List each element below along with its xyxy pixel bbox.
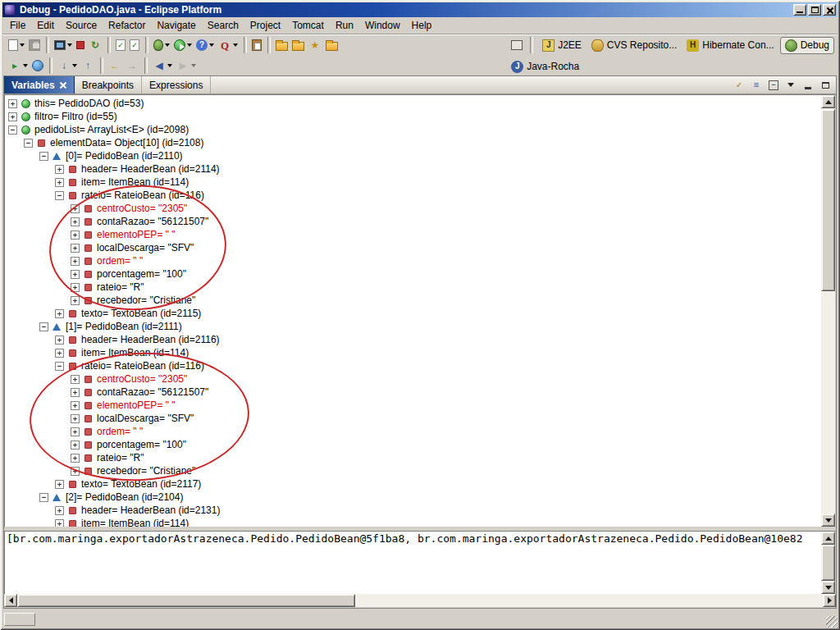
scrollbar-thumb[interactable] bbox=[821, 109, 835, 291]
last-edit-location-button[interactable]: ← bbox=[107, 58, 123, 73]
previous-annotation-button[interactable]: ↑ bbox=[80, 58, 96, 73]
perspective-debug-button[interactable]: Debug bbox=[780, 37, 834, 54]
menu-source[interactable]: Source bbox=[60, 17, 103, 34]
expand-toggle-icon[interactable]: + bbox=[8, 112, 17, 121]
menu-search[interactable]: Search bbox=[202, 17, 244, 34]
show-type-names-button[interactable]: ✓ bbox=[732, 79, 746, 92]
expand-toggle-icon[interactable]: + bbox=[71, 441, 80, 450]
external-tools-button[interactable]: Q bbox=[217, 38, 240, 52]
open-file-button[interactable] bbox=[274, 39, 290, 52]
variable-row[interactable]: −[0]= PedidoBean (id=2110) bbox=[5, 149, 821, 162]
expand-toggle-icon[interactable]: + bbox=[71, 388, 80, 397]
expand-toggle-icon[interactable]: + bbox=[71, 283, 80, 292]
variable-detail-pane[interactable]: [br.com.maringa.exportadorAstrazeneca.Pe… bbox=[4, 531, 836, 595]
menu-help[interactable]: Help bbox=[406, 17, 438, 34]
expand-toggle-icon[interactable]: + bbox=[55, 506, 64, 515]
import-button[interactable] bbox=[290, 39, 306, 52]
tomcat-start-button[interactable] bbox=[52, 39, 74, 51]
close-button[interactable] bbox=[823, 4, 836, 16]
variable-row[interactable]: +ordem= " " bbox=[5, 425, 821, 438]
open-perspective-button[interactable] bbox=[507, 39, 527, 52]
detail-vertical-scrollbar[interactable] bbox=[821, 532, 835, 594]
menu-project[interactable]: Project bbox=[244, 17, 286, 34]
save-button[interactable] bbox=[27, 39, 42, 52]
variable-row[interactable]: +item= ItemBean (id=114) bbox=[5, 517, 821, 527]
variable-row[interactable]: +header= HeaderBean (id=2114) bbox=[5, 162, 821, 176]
tab-variables[interactable]: Variables bbox=[4, 76, 75, 94]
collapse-toggle-icon[interactable]: − bbox=[24, 139, 33, 148]
tidy-check-button[interactable]: ✓ bbox=[114, 39, 127, 52]
dropdown-arrow-icon[interactable] bbox=[67, 43, 72, 47]
horizontal-scrollbar[interactable] bbox=[4, 594, 836, 607]
dropdown-arrow-icon[interactable] bbox=[72, 64, 77, 67]
dropdown-arrow-icon[interactable] bbox=[20, 43, 25, 47]
variable-row[interactable]: +this= PedidoDAO (id=53) bbox=[5, 97, 821, 110]
variable-row[interactable]: +item= ItemBean (id=114) bbox=[5, 346, 821, 359]
maximize-button[interactable] bbox=[808, 4, 821, 16]
dropdown-arrow-icon[interactable] bbox=[167, 64, 172, 67]
variable-row[interactable]: +rateio= "R" bbox=[5, 281, 821, 294]
tomcat-restart-button[interactable]: ↻ bbox=[87, 38, 103, 52]
expand-toggle-icon[interactable]: + bbox=[71, 257, 80, 266]
expand-toggle-icon[interactable]: + bbox=[55, 165, 64, 174]
tab-close-icon[interactable] bbox=[60, 82, 66, 89]
scroll-down-button[interactable] bbox=[821, 581, 835, 594]
web-browser-button[interactable] bbox=[30, 59, 45, 72]
collapse-toggle-icon[interactable]: − bbox=[55, 191, 64, 200]
variable-row[interactable]: +ordem= " " bbox=[5, 254, 821, 267]
tree-vertical-scrollbar[interactable] bbox=[821, 95, 835, 527]
collapse-toggle-icon[interactable]: − bbox=[8, 126, 17, 135]
run-button[interactable] bbox=[172, 39, 194, 52]
variable-row[interactable]: +texto= TextoBean (id=2117) bbox=[5, 477, 821, 491]
minimize-button[interactable] bbox=[793, 4, 806, 16]
scroll-left-button[interactable] bbox=[4, 594, 17, 607]
resize-grip[interactable] bbox=[826, 616, 838, 628]
variable-row[interactable]: +rateio= "R" bbox=[5, 451, 821, 464]
next-annotation-button[interactable]: ↓ bbox=[56, 58, 79, 73]
expand-toggle-icon[interactable]: + bbox=[8, 99, 17, 108]
dropdown-arrow-icon[interactable] bbox=[191, 64, 196, 67]
expand-toggle-icon[interactable]: + bbox=[71, 467, 80, 476]
collapse-toggle-icon[interactable]: − bbox=[55, 362, 64, 371]
scroll-right-button[interactable] bbox=[823, 594, 836, 607]
menu-tomcat[interactable]: Tomcat bbox=[286, 17, 330, 34]
tidy-format-button[interactable]: ✓ bbox=[128, 39, 141, 52]
perspective-java-rocha-button[interactable]: JJava-Rocha bbox=[507, 59, 583, 75]
variable-row[interactable]: +contaRazao= "56121507" bbox=[5, 386, 821, 399]
expand-toggle-icon[interactable]: + bbox=[71, 231, 80, 240]
variable-row[interactable]: −rateio= RateioBean (id=116) bbox=[5, 189, 821, 202]
expand-toggle-icon[interactable]: + bbox=[71, 244, 80, 253]
perspective-hibernate-button[interactable]: HHibernate Con... bbox=[682, 38, 778, 53]
expand-toggle-icon[interactable]: + bbox=[71, 375, 80, 384]
expand-toggle-icon[interactable]: + bbox=[55, 480, 64, 489]
search-button[interactable]: ★ bbox=[307, 38, 323, 52]
scroll-down-button[interactable] bbox=[821, 514, 835, 527]
menu-run[interactable]: Run bbox=[330, 17, 359, 34]
expand-toggle-icon[interactable]: + bbox=[71, 296, 80, 305]
titlebar[interactable]: Debug - PedidoDAO.java - Eclipse Platfor… bbox=[2, 2, 838, 17]
expand-toggle-icon[interactable]: + bbox=[71, 414, 80, 423]
expand-toggle-icon[interactable]: + bbox=[71, 401, 80, 410]
variable-row[interactable]: −pedidoList= ArrayList<E> (id=2098) bbox=[5, 123, 821, 136]
view-menu-button[interactable] bbox=[783, 79, 798, 92]
variable-row[interactable]: +header= HeaderBean (id=2116) bbox=[5, 333, 821, 346]
variable-row[interactable]: +elementoPEP= " " bbox=[5, 228, 821, 241]
variable-row[interactable]: +centroCusto= "2305" bbox=[5, 202, 821, 215]
collapse-toggle-icon[interactable]: − bbox=[39, 152, 48, 161]
tomcat-stop-button[interactable] bbox=[75, 40, 86, 50]
variable-row[interactable]: +localDescarga= "SFV" bbox=[5, 412, 821, 425]
expand-toggle-icon[interactable]: + bbox=[55, 309, 64, 318]
minimize-view-button[interactable] bbox=[801, 79, 815, 92]
expand-toggle-icon[interactable]: + bbox=[71, 454, 80, 463]
menu-refactor[interactable]: Refactor bbox=[103, 17, 151, 34]
expand-toggle-icon[interactable]: + bbox=[71, 217, 80, 226]
menu-edit[interactable]: Edit bbox=[31, 17, 60, 34]
perspective-cvs-button[interactable]: CVS Reposito... bbox=[587, 38, 681, 53]
paste-button[interactable] bbox=[250, 39, 263, 52]
run-help-button[interactable]: ? bbox=[194, 39, 216, 52]
back-button[interactable]: ◀ bbox=[151, 58, 174, 73]
variable-row[interactable]: −elementData= Object[10] (id=2108) bbox=[5, 136, 821, 149]
tab-expressions[interactable]: Expressions bbox=[142, 76, 211, 94]
run-external-tools-button[interactable]: ▸ bbox=[7, 58, 30, 73]
debug-button[interactable] bbox=[152, 39, 171, 52]
